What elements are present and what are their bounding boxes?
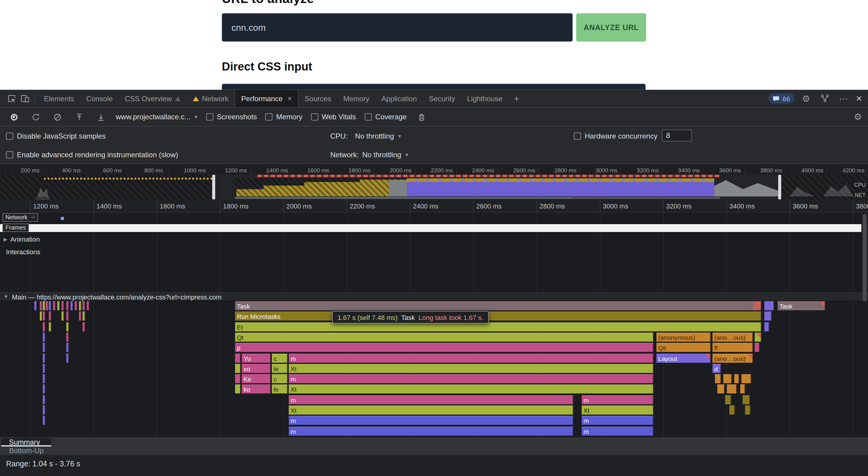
- flame-bar[interactable]: [43, 364, 45, 373]
- flame-bar-xt[interactable]: Xt: [289, 406, 573, 415]
- main-track-header[interactable]: ▼ Main — https://www.projectwallace.com/…: [0, 292, 868, 301]
- flame-bar[interactable]: [87, 301, 89, 310]
- cpu-throttling-select[interactable]: No throttling ▾: [355, 132, 401, 140]
- clear-recording-icon[interactable]: [51, 110, 64, 124]
- flame-bar[interactable]: [43, 406, 45, 415]
- flame-bar-et[interactable]: Et: [235, 322, 761, 331]
- overview-activity-chart[interactable]: [0, 175, 868, 199]
- flame-bar-m[interactable]: m: [289, 374, 653, 383]
- node-graph-icon[interactable]: [818, 91, 831, 106]
- hardware-concurrency-input[interactable]: 8: [662, 130, 692, 141]
- flame-bar[interactable]: [43, 301, 45, 310]
- flame-bar-layout[interactable]: Layout: [656, 354, 711, 363]
- tab-performance[interactable]: Performance×: [235, 90, 299, 107]
- timeline-overview[interactable]: 200 ms400 ms600 ms800 ms1000 ms1200 ms14…: [0, 166, 868, 199]
- flame-bar[interactable]: [83, 322, 85, 331]
- flame-bar[interactable]: [43, 384, 45, 393]
- flame-bar[interactable]: [43, 395, 45, 404]
- flame-bar-p[interactable]: p: [235, 343, 653, 352]
- reload-and-record-icon[interactable]: [29, 110, 42, 124]
- flame-bar[interactable]: [57, 301, 60, 310]
- flame-bar[interactable]: [43, 354, 45, 363]
- flame-bar[interactable]: [66, 343, 69, 352]
- flame-bar[interactable]: [764, 312, 772, 321]
- checkbox-disable-js-samples[interactable]: Disable JavaScript samples: [6, 132, 106, 140]
- flame-bar[interactable]: [40, 301, 42, 310]
- flame-bar-task[interactable]: Task: [778, 301, 825, 310]
- flame-bar-ke[interactable]: Ke: [242, 374, 271, 383]
- flame-bar[interactable]: [715, 374, 721, 383]
- close-devtools-icon[interactable]: ×: [856, 93, 862, 104]
- flame-bar[interactable]: [764, 301, 774, 310]
- flame-bar[interactable]: [740, 384, 745, 393]
- analyze-url-button[interactable]: ANALYZE URL: [576, 13, 646, 41]
- flame-bar[interactable]: [43, 332, 45, 342]
- flame-bar[interactable]: [730, 406, 735, 415]
- network-throttling-select[interactable]: No throttling ▾: [362, 150, 408, 159]
- inspect-icon[interactable]: [5, 91, 18, 106]
- record-button[interactable]: [7, 110, 21, 124]
- flame-bar-xo[interactable]: xo: [242, 364, 271, 373]
- load-profile-icon[interactable]: [72, 110, 86, 124]
- flame-bar-c[interactable]: c: [272, 354, 287, 363]
- flame-bar[interactable]: [764, 322, 769, 331]
- bottom-tab-summary[interactable]: Summary: [1, 438, 52, 446]
- flame-bar-c[interactable]: c: [272, 374, 287, 383]
- flame-bar[interactable]: [235, 364, 241, 373]
- flame-bar-anonymous[interactable]: (anonymous): [656, 332, 711, 342]
- flame-bar-m[interactable]: m: [289, 416, 573, 425]
- save-profile-icon[interactable]: [94, 110, 107, 124]
- flame-bar[interactable]: [723, 374, 732, 383]
- flame-bar[interactable]: [43, 322, 45, 331]
- css-input-textarea[interactable]: [222, 84, 646, 90]
- flame-bar-task[interactable]: Task: [235, 301, 761, 310]
- vertical-scrollbar-thumb[interactable]: [863, 214, 867, 301]
- flame-bar-run-microtasks[interactable]: Run Microtasks: [235, 312, 761, 321]
- flame-bar-xt[interactable]: Xt: [289, 364, 653, 373]
- flame-bar[interactable]: [727, 384, 737, 393]
- flame-bar-d[interactable]: d: [712, 364, 721, 373]
- flame-bar[interactable]: [49, 301, 51, 310]
- track-network[interactable]: Network ⊣: [2, 213, 38, 222]
- track-frames[interactable]: Frames: [2, 224, 29, 232]
- flame-bar[interactable]: [43, 416, 45, 425]
- flame-bar[interactable]: [235, 354, 241, 363]
- more-tabs-button[interactable]: +: [508, 93, 525, 104]
- flame-bar[interactable]: [717, 384, 724, 393]
- flame-bar[interactable]: [40, 312, 42, 321]
- trash-icon[interactable]: [415, 110, 428, 124]
- capture-settings-gear-icon[interactable]: ⚙: [854, 112, 862, 122]
- flame-bar-le[interactable]: le: [272, 384, 287, 393]
- flame-bar-m[interactable]: m: [289, 395, 573, 404]
- flame-bar[interactable]: [743, 395, 750, 404]
- flame-bar[interactable]: [66, 312, 69, 321]
- flame-bar[interactable]: [49, 312, 51, 321]
- history-dropdown[interactable]: www.projectwallace.c... ▾: [116, 113, 197, 121]
- tab-sources[interactable]: Sources: [299, 90, 337, 107]
- url-input[interactable]: cnn.com: [222, 13, 572, 41]
- checkbox-memory[interactable]: Memory: [266, 113, 303, 121]
- flame-bar-qt[interactable]: Qt: [235, 332, 653, 342]
- tab-css-overview[interactable]: CSS Overview: [119, 90, 187, 107]
- flame-bar[interactable]: [83, 301, 85, 310]
- flame-bar[interactable]: [34, 301, 37, 310]
- flame-bar-le[interactable]: le: [272, 364, 287, 373]
- flame-bar-yu[interactable]: Yu: [242, 354, 271, 363]
- flame-bar-xt[interactable]: Xt: [582, 406, 653, 415]
- flame-bar-ano-ous[interactable]: (ano…ous): [712, 332, 753, 342]
- track-interactions[interactable]: Interactions: [6, 248, 40, 255]
- flame-bar[interactable]: [79, 301, 82, 310]
- tab-application[interactable]: Application: [375, 90, 423, 107]
- flame-bar-qe[interactable]: Qe: [656, 343, 711, 352]
- flame-bar[interactable]: [43, 312, 45, 321]
- tab-lighthouse[interactable]: Lighthouse: [461, 90, 508, 107]
- flame-bar-ko[interactable]: ko: [242, 384, 271, 393]
- flame-bar[interactable]: [66, 322, 69, 331]
- bottom-tab-bottom-up[interactable]: Bottom-Up: [1, 446, 52, 455]
- flame-bar[interactable]: [66, 332, 69, 342]
- flame-bar[interactable]: [43, 374, 45, 383]
- device-toolbar-icon[interactable]: [18, 91, 31, 106]
- flame-bar-m[interactable]: m: [582, 426, 653, 436]
- flame-bar[interactable]: [83, 312, 85, 321]
- flame-bar[interactable]: [46, 301, 48, 310]
